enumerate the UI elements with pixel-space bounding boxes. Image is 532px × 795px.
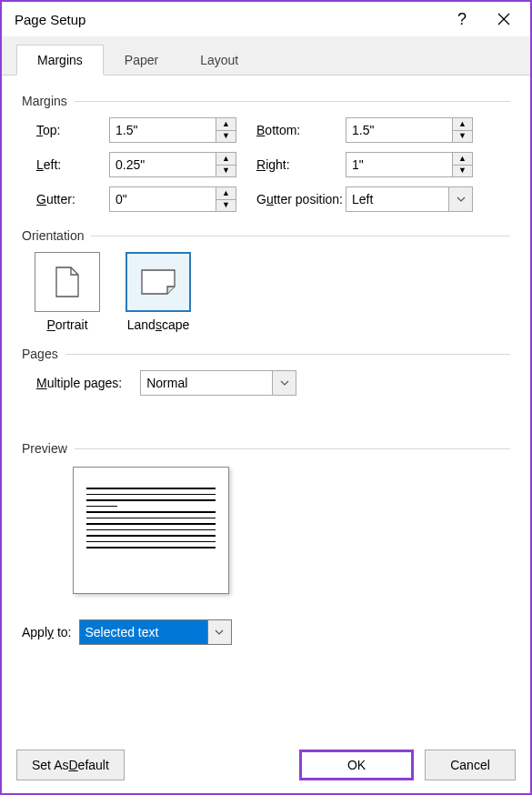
top-spin-buttons[interactable]: ▲▼: [216, 118, 236, 142]
cancel-button[interactable]: Cancel: [425, 750, 516, 780]
right-spinner[interactable]: 1" ▲▼: [346, 152, 473, 177]
up-arrow-icon[interactable]: ▲: [216, 187, 236, 200]
orientation-section-header: Orientation: [22, 228, 510, 243]
multiple-pages-combo[interactable]: Normal: [140, 370, 296, 396]
chevron-down-icon[interactable]: [272, 371, 296, 395]
down-arrow-icon[interactable]: ▼: [216, 131, 236, 143]
left-spinner[interactable]: 0.25" ▲▼: [109, 152, 236, 177]
page-setup-dialog: Page Setup ? Margins Paper Layout Margin…: [0, 0, 532, 795]
preview-box: [73, 467, 229, 594]
gutter-position-value: Left: [346, 192, 448, 206]
portrait-preview: [35, 252, 100, 312]
preview-section-header: Preview: [22, 441, 510, 456]
portrait-label: Portrait: [46, 317, 87, 332]
content-area: Margins Top: 1.5" ▲▼ Bottom: 1.5" ▲▼ Lef…: [2, 75, 530, 740]
help-button[interactable]: ?: [441, 5, 483, 34]
tab-margins-label: Margins: [37, 53, 83, 67]
bottom-value: 1.5": [346, 123, 452, 137]
gutter-label: Gutter:: [36, 192, 109, 206]
apply-to-value: Selected text: [80, 620, 207, 644]
pages-section-header: Pages: [22, 347, 510, 361]
up-arrow-icon[interactable]: ▲: [453, 153, 472, 166]
up-arrow-icon[interactable]: ▲: [216, 118, 236, 131]
preview-section-label: Preview: [22, 441, 67, 456]
up-arrow-icon[interactable]: ▲: [453, 118, 472, 131]
orientation-row: Portrait Landscape: [22, 252, 510, 332]
right-spin-buttons[interactable]: ▲▼: [452, 153, 472, 176]
page-portrait-icon: [55, 266, 80, 298]
top-value: 1.5": [110, 123, 216, 137]
tab-layout-label: Layout: [200, 53, 238, 67]
down-arrow-icon[interactable]: ▼: [216, 200, 236, 212]
multiple-pages-label: Multiple pages:: [36, 376, 122, 390]
set-as-default-button[interactable]: Set As Default: [16, 750, 125, 780]
bottom-spinner[interactable]: 1.5" ▲▼: [346, 117, 473, 143]
right-label: Right:: [236, 157, 346, 172]
tab-bar: Margins Paper Layout: [2, 36, 530, 75]
left-spin-buttons[interactable]: ▲▼: [216, 153, 236, 176]
gutter-spin-buttons[interactable]: ▲▼: [216, 187, 236, 211]
top-spinner[interactable]: 1.5" ▲▼: [109, 117, 236, 143]
tab-paper-label: Paper: [125, 53, 158, 67]
apply-row: Apply to: Selected text: [22, 619, 510, 645]
orientation-section-label: Orientation: [22, 228, 84, 243]
chevron-down-icon[interactable]: [448, 187, 472, 211]
close-button[interactable]: [483, 5, 525, 34]
titlebar: Page Setup ?: [2, 2, 530, 36]
apply-to-label: Apply to:: [22, 625, 72, 639]
close-icon: [497, 13, 510, 25]
gutter-spinner[interactable]: 0" ▲▼: [109, 186, 236, 212]
top-label: Top:: [36, 123, 109, 137]
landscape-label: Landscape: [127, 317, 190, 332]
margins-section-label: Margins: [22, 94, 67, 108]
tab-paper[interactable]: Paper: [104, 45, 179, 75]
gutter-position-combo[interactable]: Left: [346, 186, 473, 212]
page-landscape-icon: [140, 268, 176, 296]
right-value: 1": [346, 157, 452, 172]
orientation-landscape[interactable]: Landscape: [125, 252, 191, 332]
landscape-preview: [125, 252, 191, 312]
left-label: Left:: [36, 157, 109, 172]
apply-to-combo[interactable]: Selected text: [79, 619, 232, 645]
margins-section-header: Margins: [22, 94, 510, 108]
pages-section-label: Pages: [22, 347, 58, 361]
bottom-spin-buttons[interactable]: ▲▼: [452, 118, 472, 142]
cancel-button-label: Cancel: [450, 758, 490, 772]
chevron-down-icon[interactable]: [207, 620, 231, 644]
multiple-pages-value: Normal: [141, 376, 272, 390]
left-value: 0.25": [110, 157, 216, 172]
down-arrow-icon[interactable]: ▼: [216, 166, 236, 177]
down-arrow-icon[interactable]: ▼: [453, 166, 472, 177]
pages-row: Multiple pages: Normal: [22, 370, 510, 396]
tab-layout[interactable]: Layout: [179, 45, 259, 75]
gutter-value: 0": [110, 192, 216, 206]
margins-grid: Top: 1.5" ▲▼ Bottom: 1.5" ▲▼ Left: 0.25"…: [22, 117, 510, 212]
window-title: Page Setup: [15, 12, 441, 27]
tab-margins[interactable]: Margins: [16, 45, 104, 75]
down-arrow-icon[interactable]: ▼: [453, 131, 472, 143]
ok-button[interactable]: OK: [299, 750, 414, 780]
footer: Set As Default OK Cancel: [2, 740, 530, 793]
gutter-position-label: Gutter position:: [236, 192, 346, 206]
ok-button-label: OK: [347, 758, 366, 772]
up-arrow-icon[interactable]: ▲: [216, 153, 236, 166]
orientation-portrait[interactable]: Portrait: [35, 252, 100, 332]
bottom-label: Bottom:: [236, 123, 346, 137]
